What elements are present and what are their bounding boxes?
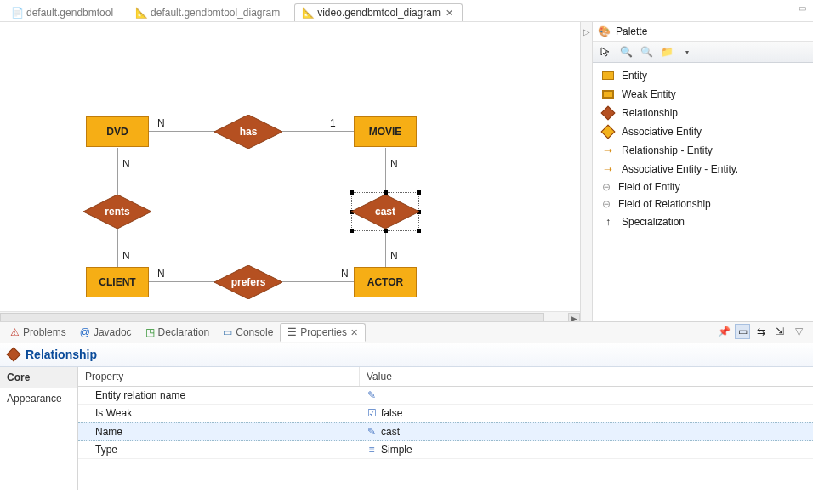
tab-properties[interactable]: ☰Properties✕ — [280, 323, 366, 342]
dropdown-icon[interactable]: ▾ — [679, 44, 695, 59]
edge-movie-cast — [385, 148, 386, 195]
categories-icon[interactable]: ⇆ — [753, 324, 769, 339]
edge-cast-actor — [385, 228, 386, 267]
property-name: Entity relation name — [78, 387, 359, 404]
cardinality-label: N — [390, 158, 398, 170]
tab-console[interactable]: ▭Console — [216, 324, 280, 341]
close-icon[interactable]: ✕ — [446, 8, 453, 19]
tab-javadoc[interactable]: @Javadoc — [73, 324, 139, 341]
edge-has-movie — [281, 131, 354, 132]
palette-collapse-gutter[interactable]: ▷ — [580, 22, 592, 321]
column-value: Value — [359, 367, 813, 386]
property-name: Type — [78, 441, 359, 458]
palette-panel: 🎨 Palette 🔍 🔍 📁 ▾ Entity Weak Entity Rel… — [592, 22, 813, 321]
palette-item-relationship[interactable]: Relationship — [593, 104, 813, 122]
side-tab-appearance[interactable]: Appearance — [0, 388, 77, 409]
relationship-rents[interactable]: rents — [83, 195, 151, 229]
close-icon[interactable]: ✕ — [350, 327, 358, 338]
bottom-tabs: ⚠Problems @Javadoc ◳Declaration ▭Console… — [0, 322, 813, 343]
editor-tab[interactable]: 📄 default.gendbmtool — [3, 3, 122, 21]
console-icon: ▭ — [223, 326, 232, 338]
minimize-icon[interactable]: ▭ — [799, 3, 806, 13]
property-name: Name — [78, 423, 359, 440]
tab-declaration[interactable]: ◳Declaration — [139, 324, 217, 341]
minimize-icon[interactable]: ▽ — [791, 324, 806, 339]
property-row[interactable]: Entity relation name ✎ — [78, 387, 813, 405]
editor-window-controls: ▭ — [799, 3, 806, 13]
field-icon: ⊖ — [601, 182, 611, 192]
declaration-icon: ◳ — [145, 326, 155, 338]
palette-list: Entity Weak Entity Relationship Associat… — [593, 63, 813, 235]
bottom-panel: ⚠Problems @Javadoc ◳Declaration ▭Console… — [0, 321, 813, 490]
cardinality-label: N — [157, 117, 165, 129]
relationship-icon — [601, 106, 615, 120]
diagram-canvas[interactable]: N 1 N N N N N N DVD MOVIE CLIENT ACTOR h… — [0, 22, 577, 311]
property-name: Is Weak — [78, 405, 359, 422]
entity-icon — [601, 69, 615, 82]
relationship-prefers[interactable]: prefers — [214, 265, 282, 299]
cursor-tool-icon[interactable] — [598, 44, 613, 59]
cardinality-label: N — [122, 250, 130, 262]
diagram-icon: 📐 — [135, 7, 147, 19]
tab-label: default.gendbmtool_diagram — [151, 7, 280, 19]
property-row-selected[interactable]: Name ✎cast — [78, 422, 813, 441]
assoc-rel-icon: ➝ — [601, 162, 615, 176]
edge-rents-client — [117, 228, 118, 267]
zoom-out-icon[interactable]: 🔍 — [639, 44, 654, 59]
diagram-icon: 📐 — [302, 7, 314, 19]
edge-dvd-rents — [117, 148, 118, 195]
rel-entity-icon: ➝ — [601, 144, 615, 157]
palette-item-field-rel[interactable]: ⊖Field of Relationship — [593, 195, 813, 212]
value-icon: ☑ — [366, 408, 378, 418]
entity-client[interactable]: CLIENT — [86, 267, 149, 297]
tab-problems[interactable]: ⚠Problems — [3, 324, 73, 341]
palette-item-specialization[interactable]: ↑Specialization — [593, 212, 813, 231]
cardinality-label: N — [122, 158, 130, 170]
editor-tabs: 📄 default.gendbmtool 📐 default.gendbmtoo… — [0, 0, 813, 22]
entity-movie[interactable]: MOVIE — [354, 116, 417, 147]
property-row[interactable]: Is Weak ☑false — [78, 405, 813, 422]
property-value: false — [381, 407, 402, 419]
specialization-icon: ↑ — [601, 215, 615, 229]
palette-item-assoc-entity[interactable]: Associative Entity — [593, 122, 813, 141]
cardinality-label: N — [341, 268, 349, 280]
main-area: N 1 N N N N N N DVD MOVIE CLIENT ACTOR h… — [0, 22, 813, 321]
properties-side-tabs: Core Appearance — [0, 367, 78, 490]
zoom-in-icon[interactable]: 🔍 — [618, 44, 634, 59]
view-menu-icon[interactable]: ▭ — [735, 324, 750, 339]
column-property: Property — [78, 367, 359, 386]
relationship-icon — [7, 348, 20, 361]
relationship-has[interactable]: has — [214, 115, 282, 149]
palette-item-rel-entity[interactable]: ➝Relationship - Entity — [593, 141, 813, 160]
folder-icon[interactable]: 📁 — [659, 44, 674, 59]
field-icon: ⊖ — [601, 199, 611, 209]
palette-item-assoc-rel[interactable]: ➝Associative Entity - Entity. — [593, 160, 813, 178]
diagram-canvas-wrap: N 1 N N N N N N DVD MOVIE CLIENT ACTOR h… — [0, 22, 580, 321]
editor-tab-active[interactable]: 📐 video.gendbmtool_diagram ✕ — [294, 3, 463, 21]
javadoc-icon: @ — [80, 326, 90, 338]
value-icon: ✎ — [366, 427, 378, 437]
cardinality-label: N — [157, 268, 165, 280]
palette-item-weak-entity[interactable]: Weak Entity — [593, 85, 813, 104]
weak-entity-icon — [601, 88, 615, 101]
property-value: Simple — [381, 444, 412, 456]
property-row[interactable]: Type ≡Simple — [78, 441, 813, 459]
cardinality-label: 1 — [330, 117, 336, 129]
horizontal-scrollbar[interactable]: ▶ — [0, 311, 580, 321]
side-tab-core[interactable]: Core — [0, 367, 77, 388]
advanced-icon[interactable]: ⇲ — [772, 324, 787, 339]
relationship-cast-selected[interactable]: cast — [351, 195, 419, 229]
cardinality-label: N — [390, 250, 398, 262]
scrollbar-thumb[interactable] — [0, 313, 544, 321]
pin-icon[interactable]: 📌 — [716, 324, 731, 339]
palette-item-field-entity[interactable]: ⊖Field of Entity — [593, 178, 813, 195]
entity-actor[interactable]: ACTOR — [354, 267, 417, 297]
palette-item-entity[interactable]: Entity — [593, 66, 813, 85]
properties-icon: ☰ — [287, 326, 297, 338]
value-icon: ≡ — [366, 445, 378, 455]
entity-dvd[interactable]: DVD — [86, 116, 149, 147]
palette-toolbar: 🔍 🔍 📁 ▾ — [593, 42, 813, 63]
property-value: cast — [381, 426, 400, 438]
scroll-right-icon[interactable]: ▶ — [568, 313, 580, 321]
editor-tab[interactable]: 📐 default.gendbmtool_diagram — [128, 3, 289, 21]
